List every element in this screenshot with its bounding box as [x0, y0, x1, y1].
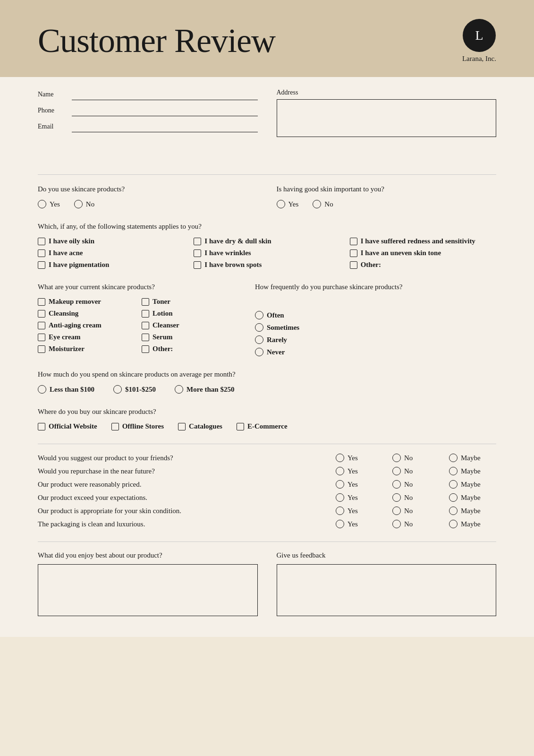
q2-no[interactable]: No [313, 200, 333, 208]
q3-dry[interactable]: I have dry & dull skin [194, 237, 340, 245]
r6-no-radio[interactable] [392, 520, 401, 528]
r3-maybe[interactable]: Maybe [449, 480, 492, 489]
r1-maybe[interactable]: Maybe [449, 454, 492, 462]
r6-yes[interactable]: Yes [336, 520, 378, 528]
q4-toner-cb[interactable] [142, 298, 149, 306]
r4-yes-radio[interactable] [336, 493, 344, 502]
q3-dry-cb[interactable] [194, 238, 201, 245]
q2-yes[interactable]: Yes [277, 200, 299, 208]
q4-antiaging[interactable]: Anti-aging cream [38, 321, 132, 329]
q7-catalogues[interactable]: Catalogues [178, 422, 222, 430]
q3-wrinkles-cb[interactable] [194, 249, 201, 257]
q4-moisturizer-cb[interactable] [38, 345, 45, 353]
q7-website-cb[interactable] [38, 423, 45, 430]
q4-other[interactable]: Other: [142, 345, 236, 353]
q4-cleanser[interactable]: Cleanser [142, 321, 236, 329]
q1-no[interactable]: No [74, 200, 94, 208]
r5-maybe[interactable]: Maybe [449, 507, 492, 515]
q3-brown-cb[interactable] [194, 261, 201, 269]
q3-acne[interactable]: I have acne [38, 249, 184, 257]
r4-no[interactable]: No [392, 493, 435, 502]
q4-eyecream-cb[interactable] [38, 334, 45, 341]
q5-often[interactable]: Often [255, 311, 496, 319]
q4-cleansing[interactable]: Cleansing [38, 309, 132, 318]
address-input[interactable] [277, 99, 497, 137]
r4-maybe-radio[interactable] [449, 493, 458, 502]
phone-input[interactable] [72, 105, 258, 116]
r1-maybe-radio[interactable] [449, 454, 458, 462]
q3-pig-cb[interactable] [38, 261, 45, 269]
r3-no[interactable]: No [392, 480, 435, 489]
r2-maybe[interactable]: Maybe [449, 467, 492, 475]
q3-other[interactable]: Other: [350, 261, 496, 269]
q4-cleanser-cb[interactable] [142, 322, 149, 329]
q5-rarely-radio[interactable] [255, 335, 263, 344]
q6-less100-radio[interactable] [38, 385, 46, 394]
r5-yes[interactable]: Yes [336, 507, 378, 515]
q6-mid[interactable]: $101-$250 [113, 385, 156, 394]
q3-acne-cb[interactable] [38, 249, 45, 257]
r5-yes-radio[interactable] [336, 507, 344, 515]
q3-brown[interactable]: I have brown spots [194, 261, 340, 269]
q1-yes[interactable]: Yes [38, 200, 60, 208]
r3-yes-radio[interactable] [336, 480, 344, 489]
q5-never-radio[interactable] [255, 348, 263, 356]
email-input[interactable] [72, 121, 258, 132]
q4-serum-cb[interactable] [142, 334, 149, 341]
q6-more250[interactable]: More than $250 [175, 385, 234, 394]
name-input[interactable] [72, 89, 258, 100]
r2-no[interactable]: No [392, 467, 435, 475]
r2-maybe-radio[interactable] [449, 467, 458, 475]
r5-no-radio[interactable] [392, 507, 401, 515]
q4-makeup[interactable]: Makeup remover [38, 298, 132, 306]
q2-yes-radio[interactable] [277, 200, 285, 208]
q3-oily-cb[interactable] [38, 238, 45, 245]
q1-no-radio[interactable] [74, 200, 83, 208]
q3-uneven-cb[interactable] [350, 249, 357, 257]
q3-other-cb[interactable] [350, 261, 357, 269]
r2-yes-radio[interactable] [336, 467, 344, 475]
q5-sometimes-radio[interactable] [255, 323, 263, 332]
q5-never[interactable]: Never [255, 348, 496, 356]
q7-catalogues-cb[interactable] [178, 423, 186, 430]
q7-ecommerce-cb[interactable] [237, 423, 244, 430]
q4-makeup-cb[interactable] [38, 298, 45, 306]
r6-maybe[interactable]: Maybe [449, 520, 492, 528]
q4-serum[interactable]: Serum [142, 333, 236, 341]
r1-no-radio[interactable] [392, 454, 401, 462]
q3-redness-cb[interactable] [350, 238, 357, 245]
q7-offline-cb[interactable] [111, 423, 119, 430]
q5-sometimes[interactable]: Sometimes [255, 323, 496, 332]
r6-maybe-radio[interactable] [449, 520, 458, 528]
q4-other-cb[interactable] [142, 345, 149, 353]
r2-yes[interactable]: Yes [336, 467, 378, 475]
q3-oily[interactable]: I have oily skin [38, 237, 184, 245]
q3-uneven[interactable]: I have an uneven skin tone [350, 249, 496, 257]
q2-no-radio[interactable] [313, 200, 321, 208]
r6-no[interactable]: No [392, 520, 435, 528]
r4-no-radio[interactable] [392, 493, 401, 502]
q4-cleansing-cb[interactable] [38, 310, 45, 318]
q4-lotion-cb[interactable] [142, 310, 149, 318]
q6-more250-radio[interactable] [175, 385, 183, 394]
r5-maybe-radio[interactable] [449, 507, 458, 515]
r3-yes[interactable]: Yes [336, 480, 378, 489]
q3-wrinkles[interactable]: I have wrinkles [194, 249, 340, 257]
q6-mid-radio[interactable] [113, 385, 122, 394]
q4-eyecream[interactable]: Eye cream [38, 333, 132, 341]
q3-redness[interactable]: I have suffered redness and sensitivity [350, 237, 496, 245]
r6-yes-radio[interactable] [336, 520, 344, 528]
r1-yes-radio[interactable] [336, 454, 344, 462]
feedback-textarea-2[interactable] [277, 564, 497, 616]
r5-no[interactable]: No [392, 507, 435, 515]
r1-no[interactable]: No [392, 454, 435, 462]
q4-toner[interactable]: Toner [142, 298, 236, 306]
r4-yes[interactable]: Yes [336, 493, 378, 502]
r1-yes[interactable]: Yes [336, 454, 378, 462]
q7-website[interactable]: Official Website [38, 422, 97, 430]
q3-pigmentation[interactable]: I have pigmentation [38, 261, 184, 269]
q1-yes-radio[interactable] [38, 200, 46, 208]
q4-moisturizer[interactable]: Moisturizer [38, 345, 132, 353]
r2-no-radio[interactable] [392, 467, 401, 475]
q4-antiaging-cb[interactable] [38, 322, 45, 329]
